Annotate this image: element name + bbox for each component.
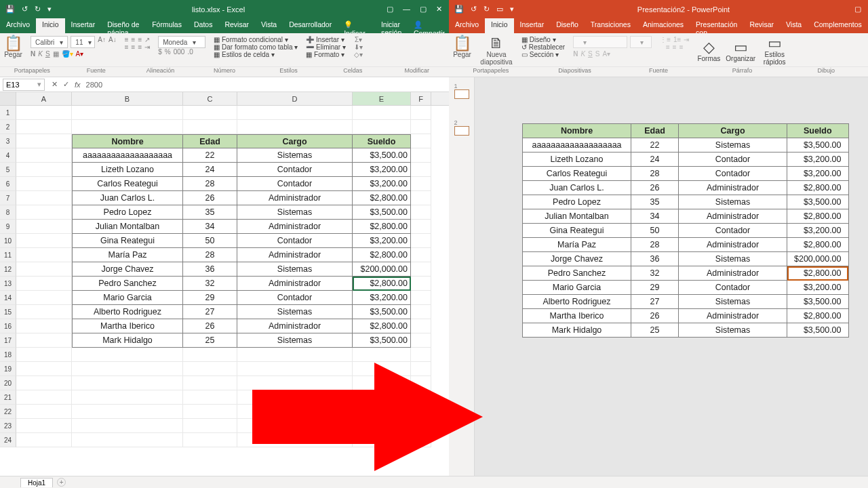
table-cell[interactable]: 22	[631, 138, 679, 152]
table-cell[interactable]: 32	[631, 266, 679, 281]
cell[interactable]	[183, 405, 237, 419]
cell[interactable]: Martha Iberico	[72, 319, 183, 333]
table-cell[interactable]: $2,800.00	[787, 309, 849, 323]
layout-button[interactable]: ▦ Diseño ▾	[521, 36, 556, 43]
italic-icon[interactable]: K	[580, 50, 585, 58]
table-row[interactable]: Lizeth Lozano24Contador$3,200.00	[523, 152, 849, 167]
comma-icon[interactable]: 000	[174, 48, 185, 56]
cell[interactable]: $3,200.00	[353, 234, 411, 248]
grow-font-icon[interactable]: A↑	[98, 36, 106, 48]
cell[interactable]: Contador	[237, 234, 353, 248]
align-mid-icon[interactable]: ≡	[132, 36, 136, 43]
cell[interactable]	[183, 120, 237, 134]
enter-formula-icon[interactable]: ✓	[63, 80, 69, 89]
cell[interactable]: $2,800.00	[353, 277, 411, 291]
cell[interactable]: Julian Montalban	[72, 220, 183, 234]
cell[interactable]	[183, 348, 237, 362]
cell[interactable]	[16, 120, 72, 134]
cell[interactable]	[72, 419, 183, 433]
font-name-combo[interactable]: Calibri▾	[31, 36, 68, 48]
tab-insertar[interactable]: Insertar	[65, 18, 102, 33]
align-bot-icon[interactable]: ≡	[138, 36, 142, 43]
cell[interactable]: 26	[183, 319, 237, 333]
percent-icon[interactable]: %	[165, 48, 171, 56]
format-cells-button[interactable]: ▦ Formato ▾	[306, 51, 344, 58]
table-cell[interactable]: Administrador	[679, 309, 787, 323]
cell[interactable]: Carlos Reategui	[72, 177, 183, 191]
cell[interactable]	[237, 106, 353, 120]
table-cell[interactable]: $3,500.00	[787, 138, 849, 152]
row-header[interactable]: 15	[0, 305, 16, 319]
cell[interactable]	[16, 419, 72, 433]
cell[interactable]	[16, 362, 72, 376]
row-header[interactable]: 11	[0, 248, 16, 262]
save-icon[interactable]: 💾	[454, 5, 464, 14]
cell[interactable]: 24	[183, 163, 237, 177]
cell[interactable]	[16, 177, 72, 191]
table-cell[interactable]: Contador	[679, 224, 787, 238]
cell[interactable]	[353, 348, 411, 362]
table-cell[interactable]: 34	[631, 209, 679, 224]
table-cell[interactable]: Alberto Rodriguez	[523, 295, 631, 309]
align-left-icon[interactable]: ≡	[666, 43, 670, 51]
tab-archivo[interactable]: Archivo	[449, 18, 485, 33]
cell[interactable]: Nombre	[72, 134, 183, 148]
table-cell[interactable]: Pedro Lopez	[523, 195, 631, 209]
indent-icon[interactable]: ⇥	[144, 43, 150, 51]
font-size-combo[interactable]: 11▾	[71, 36, 95, 48]
cell[interactable]: $2,800.00	[353, 319, 411, 333]
cell[interactable]	[411, 390, 431, 405]
insert-cells-button[interactable]: ➕ Insertar ▾	[306, 36, 344, 43]
undo-icon[interactable]: ↺	[471, 5, 477, 14]
cell[interactable]	[183, 390, 237, 405]
section-button[interactable]: ▭ Sección ▾	[521, 51, 559, 58]
cell[interactable]: $3,500.00	[353, 333, 411, 348]
tab-presentacion[interactable]: Presentación con diapositivas	[690, 18, 743, 33]
tab-diseno-pagina[interactable]: Diseño de página	[101, 18, 146, 33]
bold-icon[interactable]: N	[573, 50, 578, 58]
cond-format-button[interactable]: ▦ Formato condicional ▾	[214, 36, 288, 43]
row-header[interactable]: 14	[0, 291, 16, 305]
table-cell[interactable]: Carlos Reategui	[523, 167, 631, 181]
cell[interactable]	[411, 234, 431, 248]
table-cell[interactable]: $3,200.00	[787, 224, 849, 238]
cell[interactable]: Contador	[237, 163, 353, 177]
cell[interactable]	[237, 376, 353, 390]
cell[interactable]: María Paz	[72, 248, 183, 262]
cell[interactable]: Administrador	[237, 319, 353, 333]
cell[interactable]	[16, 348, 72, 362]
cell[interactable]	[411, 291, 431, 305]
row-header[interactable]: 1	[0, 106, 16, 120]
cell[interactable]: 36	[183, 262, 237, 277]
cell[interactable]	[411, 163, 431, 177]
table-header[interactable]: Edad	[631, 124, 679, 138]
cell[interactable]	[72, 106, 183, 120]
cell[interactable]	[16, 205, 72, 220]
row-header[interactable]: 19	[0, 362, 16, 376]
cell[interactable]	[411, 319, 431, 333]
close-icon[interactable]: ✕	[436, 5, 442, 14]
cell[interactable]	[353, 433, 411, 447]
row-header[interactable]: 7	[0, 191, 16, 205]
cell[interactable]: Mark Hidalgo	[72, 333, 183, 348]
cell[interactable]	[237, 433, 353, 447]
cell[interactable]	[72, 376, 183, 390]
col-header-b[interactable]: B	[72, 92, 183, 105]
tab-formulas[interactable]: Fórmulas	[146, 18, 188, 33]
table-cell[interactable]: Contador	[679, 152, 787, 167]
cell[interactable]	[411, 419, 431, 433]
cell[interactable]: 26	[183, 191, 237, 205]
table-cell[interactable]: Sistemas	[679, 295, 787, 309]
table-cell[interactable]: 50	[631, 224, 679, 238]
cell[interactable]	[72, 348, 183, 362]
cell[interactable]	[16, 333, 72, 348]
table-cell[interactable]: 26	[631, 309, 679, 323]
row-header[interactable]: 18	[0, 348, 16, 362]
font-color-icon[interactable]: A▾	[76, 50, 84, 58]
table-cell[interactable]: Administrador	[679, 181, 787, 195]
table-cell[interactable]: Mario Garcia	[523, 281, 631, 295]
cell[interactable]	[183, 362, 237, 376]
tab-revisar[interactable]: Revisar	[218, 18, 255, 33]
col-header-c[interactable]: C	[183, 92, 237, 105]
cell[interactable]	[16, 220, 72, 234]
